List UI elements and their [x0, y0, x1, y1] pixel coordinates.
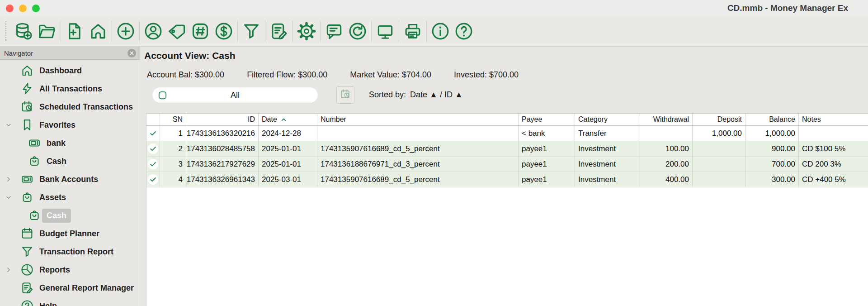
nav-item-transaction-report[interactable]: Transaction Report — [0, 243, 140, 261]
filter-checkbox-icon[interactable] — [157, 90, 168, 100]
col-header-withdrawal[interactable]: Withdrawal — [640, 114, 693, 125]
col-header-payee[interactable]: Payee — [519, 114, 575, 125]
cell-category[interactable]: Investment — [575, 157, 640, 172]
col-header-category[interactable]: Category — [575, 114, 640, 125]
table-row[interactable]: 217431360284857582025-01-011743135907616… — [146, 141, 868, 157]
cell-notes[interactable]: CD +400 5% — [799, 172, 868, 187]
zoom-button[interactable] — [32, 5, 40, 12]
cell-notes[interactable]: CD $100 5% — [799, 141, 868, 156]
cell-balance[interactable]: 700.00 — [745, 157, 799, 172]
nav-item-help[interactable]: Help — [0, 297, 140, 306]
cell-number[interactable]: 1743136188676971_cd_3_percent — [317, 157, 519, 172]
cell-category[interactable]: Investment — [575, 141, 640, 156]
toolbar-dollar-button[interactable] — [212, 19, 236, 43]
chevron-right-icon[interactable] — [5, 266, 12, 273]
table-row[interactable]: 317431362179276292025-01-011743136188676… — [146, 157, 868, 172]
cell-withdrawal[interactable]: 200.00 — [640, 157, 693, 172]
toolbar-circle-plus-button[interactable] — [114, 19, 137, 43]
col-header-status[interactable] — [146, 114, 160, 125]
cell-date[interactable]: 2024-12-28 — [259, 126, 317, 141]
toolbar-grip-handle[interactable] — [5, 21, 9, 41]
toolbar-document-edit-button[interactable] — [267, 19, 291, 43]
cell-status[interactable] — [146, 157, 160, 172]
toolbar-monitor-button[interactable] — [373, 19, 397, 43]
cell-balance[interactable]: 1,000.00 — [745, 126, 799, 141]
nav-item-assets[interactable]: Assets — [0, 188, 140, 206]
search-input[interactable]: All — [152, 87, 318, 103]
nav-item-cash[interactable]: Cash — [0, 152, 140, 170]
cell-payee[interactable]: payee1 — [519, 157, 575, 172]
toolbar-funnel-button[interactable] — [240, 19, 263, 43]
chevron-down-icon[interactable] — [5, 121, 12, 129]
cell-deposit[interactable] — [693, 157, 745, 172]
toolbar-person-button[interactable] — [142, 19, 165, 43]
cell-payee[interactable]: payee1 — [519, 172, 575, 187]
nav-item-general-report-manager[interactable]: General Report Manager — [0, 279, 140, 297]
cell-id[interactable]: 1743136326961343 — [186, 172, 259, 187]
cell-id[interactable]: 1743136028485758 — [186, 141, 259, 156]
date-range-button[interactable] — [336, 86, 354, 104]
col-header-sn[interactable]: SN — [160, 114, 186, 125]
col-header-deposit[interactable]: Deposit — [693, 114, 745, 125]
cell-balance[interactable]: 300.00 — [745, 172, 799, 187]
cell-deposit[interactable] — [693, 172, 745, 187]
cell-number[interactable]: 1743135907616689_cd_5_percent — [317, 172, 519, 187]
cell-sn[interactable]: 2 — [160, 141, 186, 156]
toolbar-tag-button[interactable] — [165, 19, 189, 43]
cell-deposit[interactable] — [693, 141, 745, 156]
nav-item-favorites[interactable]: Favorites — [0, 116, 140, 134]
nav-item-bank[interactable]: bank — [0, 134, 140, 152]
col-header-id[interactable]: ID — [186, 114, 259, 125]
minimize-button[interactable] — [19, 5, 27, 12]
cell-number[interactable]: 1743135907616689_cd_5_percent — [317, 141, 519, 156]
cell-date[interactable]: 2025-03-01 — [259, 172, 317, 187]
col-header-date[interactable]: Date — [259, 114, 317, 125]
cell-id[interactable]: 1743136136320216 — [186, 126, 259, 141]
toolbar-refresh-button[interactable] — [346, 19, 369, 43]
cell-status[interactable] — [146, 126, 160, 141]
nav-item-cash[interactable]: Cash — [0, 206, 140, 225]
nav-item-scheduled-transactions[interactable]: Scheduled Transactions — [0, 98, 140, 116]
cell-id[interactable]: 1743136217927629 — [186, 157, 259, 172]
col-header-notes[interactable]: Notes — [799, 114, 868, 125]
cell-withdrawal[interactable]: 100.00 — [640, 141, 693, 156]
nav-item-all-transactions[interactable]: All Transactions — [0, 80, 140, 98]
table-row[interactable]: 117431361363202162024-12-28< bankTransfe… — [146, 126, 868, 141]
cell-number[interactable] — [317, 126, 519, 141]
toolbar-gear-button[interactable] — [295, 19, 318, 43]
toolbar-file-new-button[interactable] — [63, 19, 86, 43]
cell-category[interactable]: Transfer — [575, 126, 640, 141]
col-header-balance[interactable]: Balance — [745, 114, 799, 125]
toolbar-folder-open-button[interactable] — [35, 19, 59, 43]
nav-item-reports[interactable]: Reports — [0, 261, 140, 279]
cell-sn[interactable]: 1 — [160, 126, 186, 141]
chevron-down-icon[interactable] — [5, 194, 12, 201]
cell-withdrawal[interactable]: 400.00 — [640, 172, 693, 187]
cell-date[interactable]: 2025-01-01 — [259, 141, 317, 156]
cell-date[interactable]: 2025-01-01 — [259, 157, 317, 172]
nav-item-budget-planner[interactable]: Budget Planner — [0, 225, 140, 243]
col-header-number[interactable]: Number — [317, 114, 519, 125]
cell-status[interactable] — [146, 141, 160, 156]
toolbar-database-new-button[interactable] — [12, 19, 35, 43]
cell-category[interactable]: Investment — [575, 172, 640, 187]
cell-payee[interactable]: < bank — [519, 126, 575, 141]
toolbar-speech-bubble-button[interactable] — [322, 19, 346, 43]
cell-notes[interactable] — [799, 126, 868, 141]
toolbar-question-button[interactable] — [452, 19, 476, 43]
toolbar-printer-button[interactable] — [401, 19, 425, 43]
cell-notes[interactable]: CD 200 3% — [799, 157, 868, 172]
nav-item-bank-accounts[interactable]: Bank Accounts — [0, 170, 140, 188]
chevron-right-icon[interactable] — [5, 176, 12, 183]
cell-sn[interactable]: 3 — [160, 157, 186, 172]
cell-sn[interactable]: 4 — [160, 172, 186, 187]
nav-item-dashboard[interactable]: Dashboard — [0, 62, 140, 80]
cell-withdrawal[interactable] — [640, 126, 693, 141]
close-button[interactable] — [6, 5, 14, 12]
toolbar-info-button[interactable] — [429, 19, 452, 43]
navigator-close-button[interactable] — [127, 49, 136, 57]
cell-deposit[interactable]: 1,000.00 — [693, 126, 745, 141]
toolbar-hash-button[interactable] — [189, 19, 212, 43]
cell-payee[interactable]: payee1 — [519, 141, 575, 156]
cell-status[interactable] — [146, 172, 160, 187]
